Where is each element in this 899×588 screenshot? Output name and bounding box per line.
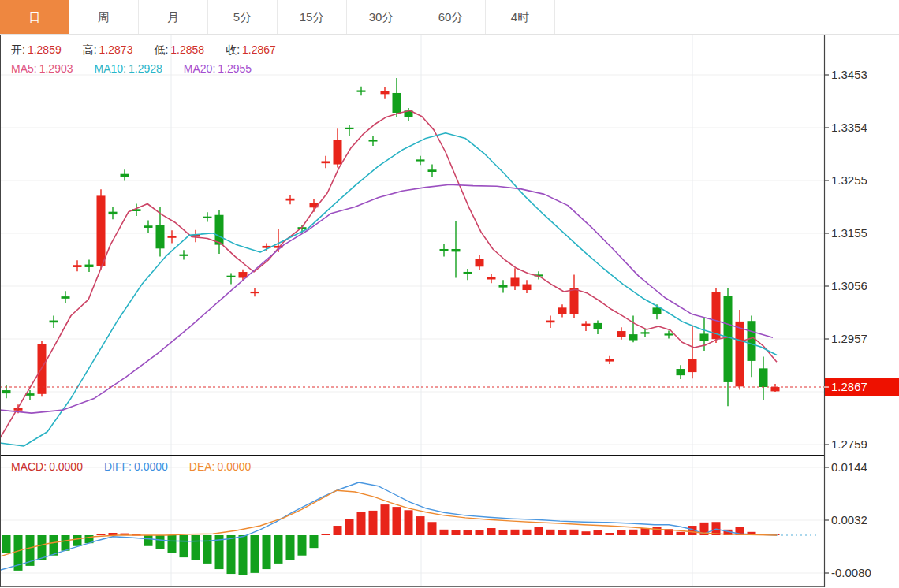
macd-legend-item: MACD:0.0000	[11, 460, 83, 473]
candle-body	[109, 212, 118, 214]
candle-body	[546, 321, 555, 323]
macd-bar	[274, 535, 283, 564]
candle-body	[724, 296, 733, 381]
legend-label: 高:	[83, 43, 97, 56]
macd-bar	[180, 535, 188, 557]
legend-label: MA20:	[184, 62, 215, 75]
candle-body	[748, 321, 756, 361]
macd-axis-label: 0.0032	[831, 513, 867, 527]
macd-bar	[168, 535, 177, 553]
legend-value: 1.2858	[170, 43, 204, 56]
candle-body	[286, 199, 295, 201]
legend-label: DIFF:	[104, 460, 132, 473]
candle-body	[215, 215, 224, 245]
legend-value: 0.0000	[217, 460, 251, 473]
candle-body	[476, 259, 484, 266]
ma-legend-item: MA10:1.2928	[95, 62, 162, 75]
candle-body	[2, 390, 11, 393]
candle-body	[180, 255, 188, 256]
macd-bar	[606, 533, 614, 535]
candle-body	[712, 292, 721, 339]
tab-bar: 日周月5分15分30分60分4时	[0, 0, 899, 35]
macd-bar	[653, 527, 662, 535]
candle-body	[227, 276, 236, 277]
chart-canvas[interactable]: 1.34531.33541.32551.31551.30561.29571.27…	[0, 0, 899, 588]
candle-body	[416, 159, 425, 161]
macd-bar	[310, 535, 319, 548]
candle-body	[156, 225, 165, 249]
candle-body	[251, 292, 259, 293]
tab-5min[interactable]: 5分	[208, 0, 278, 34]
candle-body	[570, 288, 579, 314]
price-axis: 1.34531.33541.32551.31551.30561.29571.27…	[824, 68, 899, 451]
candle-body	[499, 285, 508, 288]
macd-bar	[594, 530, 602, 535]
macd-bar	[239, 535, 248, 575]
candle-body	[322, 161, 330, 163]
macd-bar	[263, 535, 271, 569]
candle-body	[653, 307, 662, 314]
candle-body	[168, 236, 177, 238]
macd-bar	[62, 535, 70, 551]
candle-body	[677, 369, 685, 375]
tab-15min[interactable]: 15分	[278, 0, 347, 34]
macd-legend: MACD:0.0000DIFF:0.0000DEA:0.0000	[11, 460, 272, 473]
macd-bar	[558, 530, 567, 535]
macd-bar	[50, 535, 58, 556]
candle-body	[700, 333, 709, 341]
candle-body	[558, 307, 567, 314]
candle-body	[736, 322, 744, 386]
candle-body	[464, 272, 472, 274]
tab-week[interactable]: 周	[69, 0, 139, 34]
candle-body	[641, 332, 650, 333]
candle-body	[144, 225, 153, 228]
legend-label: 开:	[11, 43, 25, 56]
candle-body	[73, 265, 82, 267]
macd-bar	[499, 530, 508, 535]
macd-bar	[322, 534, 330, 535]
macd-bar	[393, 507, 401, 535]
ohlc-legend-item: 高:1.2873	[83, 43, 133, 56]
macd-bar	[73, 535, 82, 546]
tab-day[interactable]: 日	[0, 0, 69, 34]
candle-body	[345, 128, 354, 129]
ma-line-ma20	[0, 184, 773, 413]
tab-4hour[interactable]: 4时	[486, 0, 555, 34]
candle-body	[85, 265, 94, 267]
legend-label: 收:	[226, 43, 240, 56]
macd-bar	[452, 530, 461, 535]
tab-60min[interactable]: 60分	[416, 0, 486, 34]
candle-body	[97, 195, 106, 266]
candle-body	[594, 323, 602, 329]
ohlc-legend: 开:1.2859高:1.2873低:1.2858收:1.2867	[11, 43, 297, 58]
candle-body	[369, 140, 378, 141]
macd-legend-item: DIFF:0.0000	[104, 460, 168, 473]
macd-bar	[298, 535, 307, 556]
macd-bar	[440, 530, 449, 535]
candle-body	[759, 368, 768, 387]
macd-bar	[203, 535, 212, 564]
legend-value: 1.2928	[129, 62, 162, 75]
tab-month[interactable]: 月	[139, 0, 208, 34]
ma-legend-item: MA20:1.2955	[184, 62, 252, 75]
legend-value: 1.2859	[28, 43, 62, 56]
candle-body	[121, 174, 129, 177]
macd-bar	[629, 530, 638, 535]
macd-bar	[428, 522, 437, 535]
ma-legend-item: MA5:1.2903	[11, 62, 73, 75]
macd-bar	[156, 535, 165, 549]
candle-body	[334, 140, 342, 164]
candle-body	[440, 249, 449, 251]
candle-body	[582, 324, 591, 326]
legend-label: DEA:	[189, 460, 215, 473]
tab-30min[interactable]: 30分	[347, 0, 416, 34]
price-axis-label: 1.3056	[831, 279, 867, 292]
macd-bar	[192, 535, 200, 560]
macd-bar	[677, 532, 685, 535]
macd-bar	[286, 535, 295, 560]
macd-bar	[487, 528, 496, 535]
macd-bar	[144, 535, 153, 546]
macd-legend-item: DEA:0.0000	[189, 460, 252, 473]
legend-value: 0.0000	[49, 460, 83, 473]
candle-body	[357, 91, 366, 92]
